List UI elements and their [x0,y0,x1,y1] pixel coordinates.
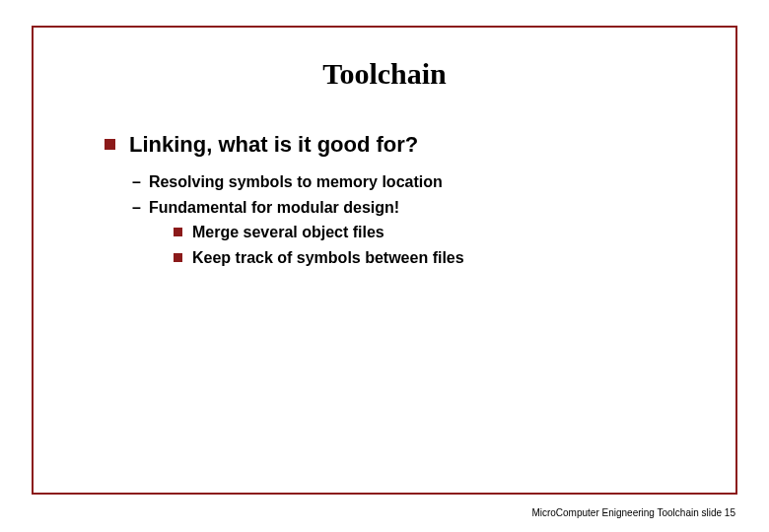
bullet-icon [174,228,182,236]
dash-icon: – [132,171,141,193]
slide-content: Linking, what is it good for? – Resolvin… [34,132,735,268]
list-item: – Resolving symbols to memory location [132,171,696,193]
list-item: Merge several object files [174,222,696,243]
list-item: Linking, what is it good for? [105,132,696,158]
sub-point-text: Fundamental for modular design! [149,197,399,219]
sub-point-text: Resolving symbols to memory location [149,171,443,193]
bullet-icon [105,139,115,150]
subsub-point-text: Merge several object files [192,222,384,243]
list-item: Keep track of symbols between files [174,247,696,269]
slide-footer: MicroComputer Enigneering Toolchain slid… [531,507,735,518]
subsub-point-text: Keep track of symbols between files [192,247,464,269]
heading-text: Linking, what is it good for? [129,132,418,158]
list-item: – Fundamental for modular design! [132,197,696,219]
slide-title: Toolchain [34,57,735,91]
dash-icon: – [132,197,141,219]
bullet-icon [174,253,182,262]
slide-border: Toolchain Linking, what is it good for? … [32,26,737,495]
